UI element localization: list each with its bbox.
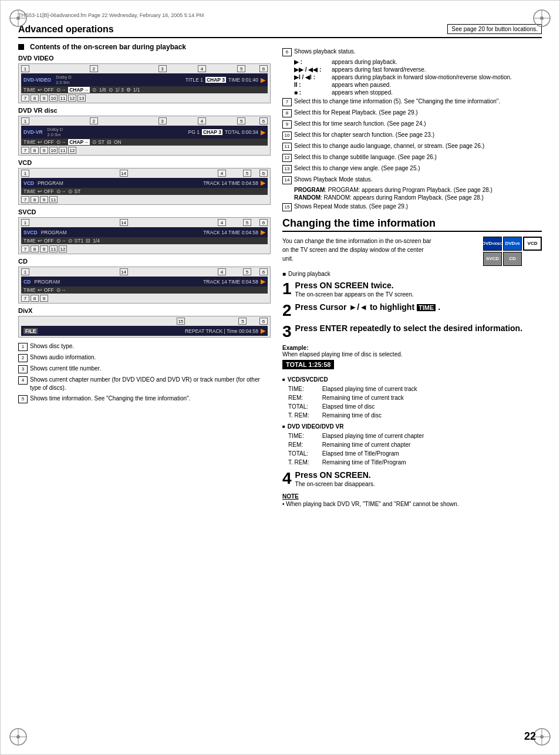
note-num-13: 13 (282, 165, 292, 173)
right-column: 6 Shows playback status. ▶ : appears dur… (282, 43, 542, 507)
note-text-9: Select this for time search function. (S… (294, 120, 542, 129)
cd-bar: 1 14 4 5 6 CD PROGRAM TRACK 14 TIME 0:04… (18, 267, 271, 304)
step-2-time-highlight: TIME (417, 304, 436, 311)
num-box-1: 1 (21, 65, 29, 72)
example-label: Example: (282, 345, 542, 351)
disc-icon-dvd-video: DVDVIDEO (483, 237, 502, 251)
vcd-bullet-section: VCD/SVCD/CD TIME: Elapsed playing time o… (282, 376, 542, 420)
dvd-total: TOTAL: Elapsed time of Title/Program (282, 449, 542, 458)
vcd-rem: REM: Remaining time of current track (282, 393, 542, 402)
disc-icon-svcd: SVCD (483, 252, 502, 266)
note-num-5: 5 (18, 395, 28, 403)
note-text-2: Shows audio information. (30, 353, 271, 362)
note-text-7: Select this to change time information (… (294, 97, 542, 106)
page-header: Advanced operations See page 20 for butt… (18, 24, 542, 38)
num-box-13: 13 (77, 95, 86, 102)
dvd-video-bar: 1 2 3 4 5 6 DVD-VIDEO Dolby D2.0 9m T (18, 63, 271, 103)
note-num-3: 3 (18, 365, 28, 373)
note-item-15: 15 Shows Repeat Mode status. (See page 2… (282, 203, 542, 211)
disc-icon-dvd-vr: DVDVR (503, 237, 522, 251)
num-box-11: 11 (59, 95, 67, 102)
step-2-title: Press Cursor ►/◄ to highlight TIME . (295, 302, 542, 312)
corner-decoration-bl (6, 725, 30, 749)
step-2: 2 Press Cursor ►/◄ to highlight TIME . (282, 302, 542, 319)
dvd-time: TIME: Elapsed playing time of current ch… (282, 432, 542, 440)
note-num-12: 12 (282, 154, 292, 162)
num-box-10: 10 (49, 95, 58, 102)
note-text-6: Shows playback status. (294, 48, 542, 56)
note-num-1: 1 (18, 343, 28, 351)
step-3: 3 Press ENTER repeatedly to select the d… (282, 323, 542, 340)
note-text-3: Shows current title number. (30, 365, 271, 373)
svcd-bar: 1 14 4 5 6 SVCD PROGRAM TRACK 14 TIME 0:… (18, 217, 271, 254)
num-box-3: 3 (158, 65, 167, 72)
note-item-3: 3 Shows current title number. (18, 365, 271, 373)
note-num-11: 11 (282, 143, 292, 151)
step-4-title: Press ON SCREEN. (295, 470, 542, 480)
dvd-vr-bar: 1 2 3 4 5 6 DVD-VR Dolby D2.0 9m PG 1 (18, 116, 271, 156)
page-title: Advanced operations (18, 24, 114, 35)
note-num-6: 6 (282, 48, 292, 56)
step-1-content: Press ON SCREEN twice. The on-screen bar… (295, 281, 542, 298)
disc-icon-cd: CD (503, 252, 522, 266)
note-num-10: 10 (282, 132, 292, 140)
note-text-11: Select this to change audio language, ch… (294, 142, 542, 151)
note-text-12: Select this to change subtitle language.… (294, 153, 542, 162)
corner-decoration-tl (6, 6, 30, 30)
note-text-5: Shows time information. See "Changing th… (30, 395, 271, 403)
note-num-4: 4 (18, 376, 28, 385)
note-item-1: 1 Shows disc type. (18, 342, 271, 351)
dvd-rem: REM: Remaining time of current chapter (282, 440, 542, 449)
cd-label: CD (18, 258, 271, 265)
note-num-9: 9 (282, 120, 292, 129)
vcd-bullet-title: VCD/SVCD/CD (282, 376, 542, 383)
note-item-2: 2 Shows audio information. (18, 353, 271, 362)
note-item-9: 9 Select this for time search function. … (282, 120, 542, 129)
notes-list: 1 Shows disc type. 2 Shows audio informa… (18, 342, 271, 403)
note-num-2: 2 (18, 354, 28, 362)
note-text-10: Select this for chapter search function.… (294, 131, 542, 140)
step-1-number: 1 (282, 281, 292, 297)
note-num-15: 15 (282, 203, 292, 211)
note-text-14: Shows Playback Mode status. (294, 176, 542, 184)
note-item-5: 5 Shows time information. See "Changing … (18, 395, 271, 403)
step-1: 1 Press ON SCREEN twice. The on-screen b… (282, 281, 542, 298)
corner-decoration-tr (530, 6, 554, 30)
note-6e: ■ : appears when stopped. (294, 89, 542, 96)
note-item-8: 8 Select this for Repeat Playback. (See … (282, 109, 542, 117)
section-title-text: Contents of the on-screen bar during pla… (30, 43, 186, 51)
step-3-title: Press ENTER repeatedly to select the des… (295, 323, 542, 333)
note-item-13: 13 Select this to change view angle. (Se… (282, 164, 542, 173)
vcd-time: TIME: Elapsed playing time of current tr… (282, 385, 542, 393)
note-item-11: 11 Select this to change audio language,… (282, 142, 542, 151)
num-box-8: 8 (31, 95, 39, 102)
disc-type-icons: DVDVIDEO DVDVR VCD SVCD CD (483, 237, 542, 266)
example-desc: When elapsed playing time of disc is sel… (282, 351, 542, 358)
num-box-6: 6 (259, 65, 268, 72)
step-4: 4 Press ON SCREEN. The on-screen bar dis… (282, 470, 542, 487)
note-box: NOTE When playing back DVD VR, "TIME" an… (282, 493, 542, 507)
example-section: Example: When elapsed playing time of di… (282, 345, 542, 372)
note-title: NOTE (282, 493, 542, 500)
num-box-9: 9 (40, 95, 48, 102)
changing-time-title: Changing the time information (282, 217, 542, 232)
note-item-10: 10 Select this for chapter search functi… (282, 131, 542, 140)
note-content: When playing back DVD VR, "TIME" and "RE… (282, 501, 542, 507)
intro-text: You can change the time information in t… (282, 237, 435, 263)
note-6d: II : appears when paused. (294, 82, 542, 88)
vcd-trem: T. REM: Remaining time of disc (282, 411, 542, 420)
step-4-desc: The on-screen bar disappears. (295, 481, 542, 487)
dvd-video-label: DVD VIDEO (18, 55, 271, 62)
file-info: THS53-11[B]-06advanced.fm Page 22 Wednes… (18, 12, 542, 18)
section-square-icon (18, 44, 24, 50)
note-text-1: Shows disc type. (30, 342, 271, 351)
section-header-onscreen: Contents of the on-screen bar during pla… (18, 43, 271, 51)
step-2-title-suffix: . (438, 302, 440, 312)
step-3-number: 3 (282, 323, 292, 340)
note-num-8: 8 (282, 109, 292, 117)
dvd-trem: T. REM: Remaining time of Title/Program (282, 458, 542, 467)
note-text-4: Shows current chapter number (for DVD VI… (30, 376, 271, 392)
dvd-vr-label: DVD VR disc (18, 107, 271, 114)
num-box-4: 4 (198, 65, 206, 72)
note-14-program: PROGRAM: PROGRAM: appears during Program… (294, 187, 542, 193)
